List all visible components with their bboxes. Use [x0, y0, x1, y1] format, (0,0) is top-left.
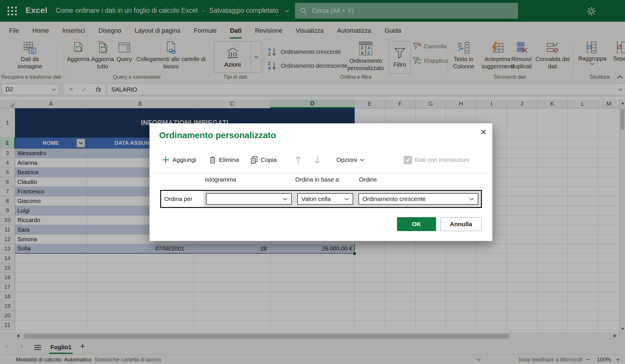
dropdown-value: Ordinamento crescente	[362, 195, 426, 202]
chevron-down-icon	[283, 197, 288, 201]
custom-sort-dialog: Ordinamento personalizzato ✕ Aggiungi El…	[150, 123, 492, 241]
sort-criteria-row: Ordina per Valori cella Ordinamento cres…	[160, 190, 482, 208]
move-up-icon	[294, 156, 302, 164]
chevron-down-icon	[344, 197, 349, 201]
divider	[150, 173, 492, 173]
plus-icon	[162, 156, 170, 164]
aggiungi-button[interactable]: Aggiungi	[162, 155, 196, 165]
checkbox-label: Dati con intestazioni	[415, 156, 469, 163]
chevron-down-icon	[360, 158, 365, 161]
cancel-button[interactable]: Annulla	[440, 217, 482, 231]
copy-icon	[250, 156, 258, 164]
istogramma-dropdown[interactable]	[206, 193, 292, 205]
column-label-ordina-in-base-a: Ordina in base a	[295, 176, 339, 183]
move-down-icon	[314, 156, 321, 164]
button-label: Aggiungi	[172, 156, 196, 163]
button-label: Elimina	[219, 156, 239, 163]
dialog-title: Ordinamento personalizzato	[159, 130, 276, 140]
opzioni-button[interactable]: Opzioni	[336, 155, 365, 165]
chevron-down-icon	[469, 197, 474, 201]
column-label-istogramma: Istogramma	[205, 176, 236, 183]
elimina-button[interactable]: Elimina	[209, 155, 239, 165]
ordina-in-base-a-dropdown[interactable]: Valori cella	[297, 193, 353, 205]
sort-row-label: Ordina per	[161, 191, 203, 207]
dati-con-intestazioni-checkbox: Dati con intestazioni	[404, 155, 469, 165]
button-label: Copia	[261, 156, 277, 163]
copia-button[interactable]: Copia	[250, 155, 277, 165]
column-label-ordine: Ordine	[359, 176, 377, 183]
checkbox-checked-icon	[404, 156, 412, 164]
close-icon[interactable]: ✕	[478, 126, 489, 138]
button-label: Opzioni	[336, 156, 357, 163]
ordine-dropdown[interactable]: Ordinamento crescente	[358, 193, 478, 205]
dropdown-value: Valori cella	[301, 195, 331, 202]
trash-icon	[209, 156, 216, 164]
ok-button[interactable]: OK	[397, 217, 436, 231]
